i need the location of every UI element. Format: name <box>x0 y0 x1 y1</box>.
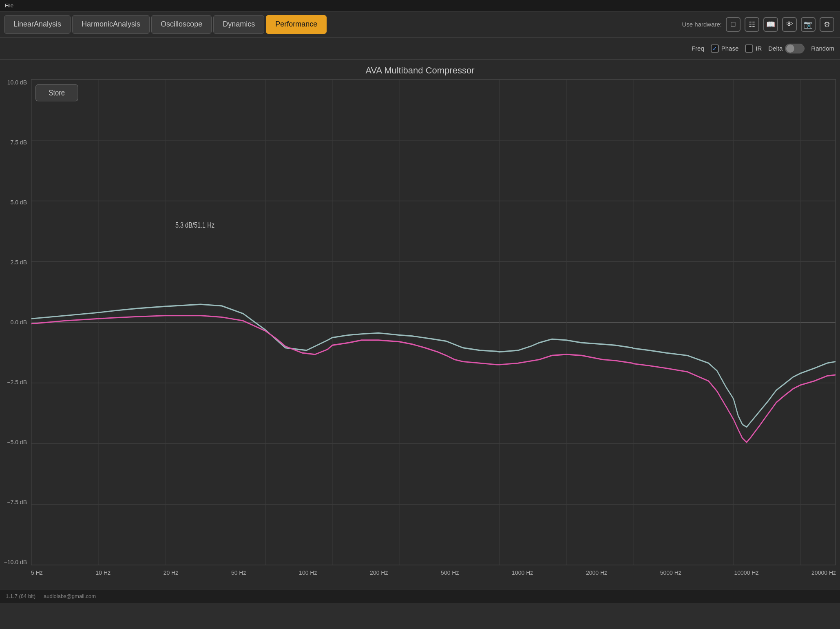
y-axis: 10.0 dB 7.5 dB 5.0 dB 2.5 dB 0.0 dB −2.5… <box>0 79 31 565</box>
y-label-7-5: 7.5 dB <box>11 139 27 146</box>
file-menu[interactable]: File <box>5 2 13 9</box>
footer: 1.1.7 (64 bit) audiolabs@gmail.com <box>0 589 840 603</box>
chart-container: AVA Multiband Compressor 10.0 dB 7.5 dB … <box>0 60 840 589</box>
y-label-neg2-5: −2.5 dB <box>7 379 27 385</box>
hardware-clipboard-icon[interactable]: ☷ <box>745 17 759 32</box>
freq-label: Freq <box>692 45 704 52</box>
delta-option: Delta <box>768 44 805 53</box>
ir-option: IR <box>745 44 762 53</box>
tab-performance[interactable]: Performance <box>266 15 327 34</box>
chart-title: AVA Multiband Compressor <box>0 60 840 79</box>
y-label-5: 5.0 dB <box>11 199 27 206</box>
x-label-10000hz: 10000 Hz <box>734 569 758 576</box>
x-label-200hz: 200 Hz <box>370 569 388 576</box>
hardware-eye-icon[interactable]: 👁 <box>782 17 797 32</box>
phase-checkbox[interactable]: ✓ <box>711 44 719 53</box>
x-label-5hz: 5 Hz <box>31 569 43 576</box>
phase-label: Phase <box>721 45 739 52</box>
hardware-gear-icon[interactable]: ⚙ <box>820 17 834 32</box>
svg-text:5.3 dB/51.1 Hz: 5.3 dB/51.1 Hz <box>175 221 214 229</box>
x-label-5000hz: 5000 Hz <box>660 569 681 576</box>
y-label-10: 10.0 dB <box>7 79 27 86</box>
x-label-500hz: 500 Hz <box>441 569 459 576</box>
tab-oscilloscope[interactable]: Oscilloscope <box>151 15 212 34</box>
tab-harmonic-analysis[interactable]: HarmonicAnalysis <box>72 15 150 34</box>
y-label-neg10: −10.0 dB <box>4 559 27 565</box>
ir-label: IR <box>756 45 762 52</box>
hardware-camera-icon[interactable]: 📷 <box>801 17 816 32</box>
tab-linear-analysis[interactable]: LinearAnalysis <box>4 15 71 34</box>
phase-option: ✓ Phase <box>711 44 739 53</box>
hardware-controls: Use hardware: □ ☷ 📖 👁 📷 ⚙ <box>682 17 834 32</box>
options-bar: Freq ✓ Phase IR Delta Random <box>0 38 840 60</box>
y-label-0: 0.0 dB <box>11 319 27 326</box>
version-label: 1.1.7 (64 bit) <box>6 593 35 599</box>
tab-bar: LinearAnalysis HarmonicAnalysis Oscillos… <box>0 11 840 38</box>
tab-dynamics[interactable]: Dynamics <box>213 15 264 34</box>
delta-label: Delta <box>768 45 783 52</box>
hardware-square-icon[interactable]: □ <box>726 17 741 32</box>
use-hardware-label: Use hardware: <box>682 21 722 28</box>
chart-wrap: 10.0 dB 7.5 dB 5.0 dB 2.5 dB 0.0 dB −2.5… <box>0 79 840 584</box>
freq-option: Freq <box>692 45 704 52</box>
delta-toggle[interactable] <box>785 44 805 53</box>
x-label-100hz: 100 Hz <box>299 569 317 576</box>
x-label-20hz: 20 Hz <box>164 569 179 576</box>
frequency-chart: Store 5.3 dB/51.1 Hz <box>31 79 836 565</box>
x-label-2000hz: 2000 Hz <box>586 569 607 576</box>
random-label: Random <box>811 45 834 52</box>
menu-bar: File <box>0 0 840 11</box>
x-label-50hz: 50 Hz <box>231 569 246 576</box>
x-axis: 5 Hz 10 Hz 20 Hz 50 Hz 100 Hz 200 Hz 500… <box>31 568 836 584</box>
y-label-neg7-5: −7.5 dB <box>7 499 27 505</box>
x-label-10hz: 10 Hz <box>95 569 111 576</box>
svg-text:Store: Store <box>49 88 65 97</box>
x-label-1000hz: 1000 Hz <box>512 569 533 576</box>
hardware-book-icon[interactable]: 📖 <box>763 17 778 32</box>
ir-checkbox[interactable] <box>745 44 753 53</box>
y-label-2-5: 2.5 dB <box>11 259 27 266</box>
canvas-wrapper[interactable]: Store 5.3 dB/51.1 Hz <box>31 79 836 565</box>
y-label-neg5: −5.0 dB <box>7 439 27 445</box>
x-label-20000hz: 20000 Hz <box>811 569 836 576</box>
email-label: audiolabs@gmail.com <box>44 593 96 599</box>
random-option: Random <box>811 45 834 52</box>
